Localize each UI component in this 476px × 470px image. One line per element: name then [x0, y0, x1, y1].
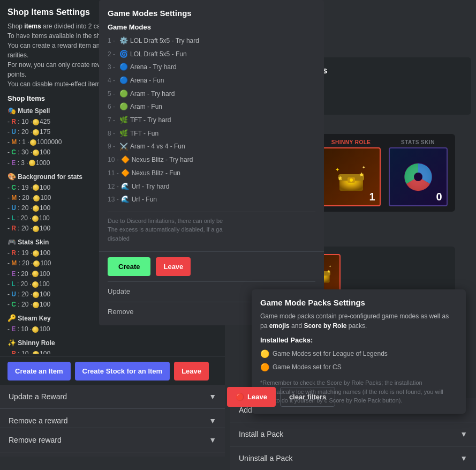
game-mode-13: 13 -🌊Urf - Fun — [108, 193, 315, 206]
stats-card-shinny-img: ✦ ✦ ⭐ ⭐ 1 — [322, 147, 381, 206]
cs-pack-label: Game Modes set for CS — [273, 362, 342, 374]
game-modes-subtitle: Game Modes — [108, 23, 315, 31]
game-mode-8: 8 -🌿TFT - Fun — [108, 127, 315, 140]
install-pack-chevron: ▼ — [460, 430, 467, 438]
remove-reward-chevron: ▼ — [209, 416, 216, 425]
remove-reward-bottom-label: Remove reward — [9, 436, 62, 444]
update-reward-chevron: ▼ — [209, 392, 216, 401]
game-modes-panel: Game Modes Settings Game Modes 1 -⚙️LOL … — [99, 0, 324, 325]
game-modes-notice: Due to Discord limitations, there can on… — [108, 212, 315, 243]
game-mode-1: 1 -⚙️LOL Draft 5x5 - Try hard — [108, 34, 315, 48]
game-mode-10: 10 -🔶Nexus Blitz - Try hard — [108, 153, 315, 167]
game-packs-title: Game Mode Packs Settings — [260, 298, 457, 307]
stats-card-skin-label: STATS SKIN — [401, 139, 435, 145]
game-modes-create-button[interactable]: Create — [108, 257, 150, 276]
shop-item-shinny-role: ✨ Shinny Role - R : 10 ·100 - M : 9 ·100 — [7, 338, 217, 354]
game-mode-4: 4 -🔵Arena - Fun — [108, 74, 315, 87]
svg-text:✦: ✦ — [335, 167, 339, 173]
game-mode-5: 5 -🟢Aram - Try hard — [108, 87, 315, 101]
update-reward-label: Update a Reward — [9, 392, 67, 401]
leave-button-left[interactable]: Leave — [174, 362, 209, 381]
svg-text:⭐: ⭐ — [359, 172, 364, 177]
svg-text:⭐: ⭐ — [327, 270, 331, 273]
game-modes-buttons: Create Leave — [99, 251, 324, 281]
left-panel-bottom-buttons: Create an Item Create Stock for an Item … — [0, 356, 225, 386]
lol-pack-label: Game Modes set for League of Legends — [273, 348, 388, 360]
pack-row-cs: 🟠 Game Modes set for CS — [260, 361, 457, 374]
game-modes-list: 1 -⚙️LOL Draft 5x5 - Try hard 2 -🌀LOL Dr… — [108, 34, 315, 206]
install-pack-row[interactable]: Install a Pack ▼ — [230, 422, 476, 446]
update-label: Update — [108, 287, 130, 295]
game-mode-9: 9 -⚔️Aram - 4 vs 4 - Fun — [108, 140, 315, 154]
leave-label: Leave — [247, 393, 267, 401]
game-mode-7: 7 -🌿TFT - Try hard — [108, 114, 315, 127]
game-modes-title: Game Modes Settings — [108, 9, 315, 18]
svg-point-12 — [414, 173, 422, 181]
svg-text:✦: ✦ — [329, 265, 332, 268]
uninstall-pack-chevron: ▼ — [460, 454, 467, 462]
stats-card-shinny-count: 1 — [369, 191, 375, 203]
svg-text:✦: ✦ — [362, 165, 366, 170]
lol-pack-icon: 🟡 — [260, 347, 269, 361]
game-mode-2: 2 -🌀LOL Draft 5x5 - Fun — [108, 48, 315, 61]
stats-card-skin-count: 0 — [436, 191, 442, 203]
create-item-button[interactable]: Create an Item — [7, 362, 71, 381]
cs-pack-icon: 🟠 — [260, 361, 269, 374]
create-stock-button[interactable]: Create Stock for an Item — [75, 362, 170, 381]
installed-title: Installed Packs: — [260, 336, 457, 344]
clear-filters-button[interactable]: clear filters — [280, 387, 335, 407]
game-mode-12: 12 -🌊Urf - Try hard — [108, 180, 315, 193]
game-mode-3: 3 -🔵Arena - Try hard — [108, 61, 315, 74]
install-pack-label: Install a Pack — [239, 430, 283, 438]
game-mode-6: 6 -🟢Aram - Fun — [108, 100, 315, 114]
stats-card-skin: STATS SKIN — [389, 139, 448, 206]
stats-card-shinny-label: SHINNY ROLE — [331, 139, 371, 145]
remove-reward-label: Remove a reward — [9, 416, 68, 425]
stats-card-skin-img: 0 — [389, 147, 448, 206]
remove-reward-bottom-row[interactable]: Remove reward ▼ — [0, 428, 225, 452]
svg-point-6 — [350, 178, 353, 182]
leave-filters-bar: 🔴 Leave clear filters — [225, 385, 337, 409]
leave-filters-button[interactable]: 🔴 Leave — [227, 387, 276, 407]
uninstall-pack-label: Uninstall a Pack — [239, 454, 292, 462]
game-modes-content: Game Modes Settings Game Modes 1 -⚙️LOL … — [99, 0, 324, 251]
game-packs-desc: Game mode packs contain pre-configured g… — [260, 311, 457, 331]
remove-label: Remove — [108, 308, 133, 316]
uninstall-pack-row[interactable]: Uninstall a Pack ▼ — [230, 446, 476, 470]
stats-card-shinny: SHINNY ROLE — [322, 139, 381, 206]
leave-emoji: 🔴 — [236, 393, 244, 401]
pack-row-lol: 🟡 Game Modes set for League of Legends — [260, 347, 457, 361]
game-modes-leave-button[interactable]: Leave — [156, 257, 191, 276]
remove-reward-bottom-chevron: ▼ — [209, 436, 216, 444]
svg-text:⭐: ⭐ — [338, 176, 343, 181]
update-reward-row[interactable]: Update a Reward ▼ — [0, 385, 225, 409]
game-mode-11: 11 -🔶Nexus Blitz - Fun — [108, 167, 315, 180]
